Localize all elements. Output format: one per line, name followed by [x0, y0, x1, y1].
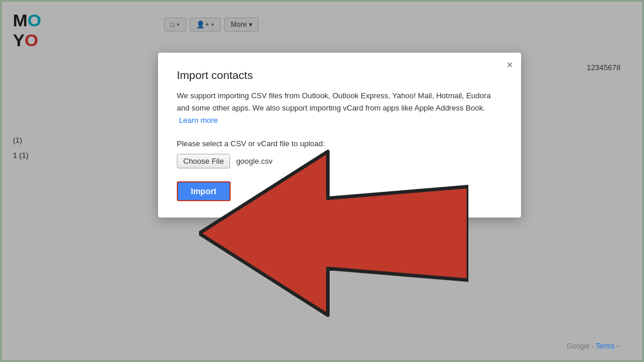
bottom-bar: Google - Terms –	[567, 342, 621, 350]
dash2: –	[616, 342, 621, 350]
file-prompt-label: Please select a CSV or vCard file to upl…	[177, 139, 502, 148]
file-input-row: Choose File google.csv	[177, 154, 502, 168]
import-button[interactable]: Import	[177, 181, 231, 201]
description-text: We support importing CSV files from Outl…	[177, 91, 491, 112]
google-label: Google	[567, 342, 590, 350]
learn-more-link[interactable]: Learn more	[179, 116, 218, 125]
modal-title: Import contacts	[177, 69, 502, 82]
modal-actions: Import	[177, 181, 502, 201]
import-contacts-modal: × Import contacts We support importing C…	[158, 53, 521, 218]
modal-description: We support importing CSV files from Outl…	[177, 90, 502, 126]
terms-link[interactable]: Terms	[595, 342, 615, 350]
selected-file-name: google.csv	[236, 157, 272, 166]
modal-close-button[interactable]: ×	[506, 60, 513, 70]
choose-file-button[interactable]: Choose File	[177, 154, 230, 168]
